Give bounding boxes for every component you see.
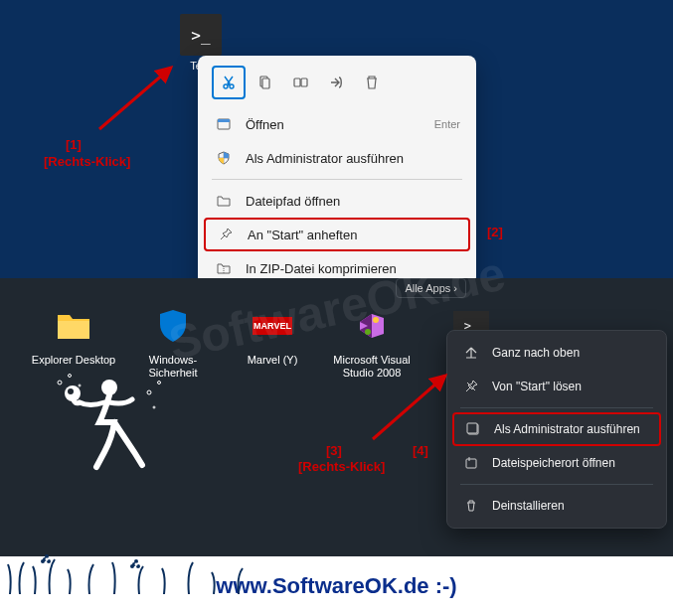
svg-point-17 bbox=[68, 388, 74, 394]
menu-item-label: Von "Start" lösen bbox=[492, 380, 582, 393]
menu-item-label: Als Administrator ausführen bbox=[494, 422, 640, 436]
menu-separator bbox=[212, 179, 462, 180]
svg-point-18 bbox=[58, 381, 62, 385]
menu-item-unpin-from-start[interactable]: Von "Start" lösen bbox=[452, 370, 661, 403]
app-tile-label: Marvel (Y) bbox=[229, 354, 316, 367]
trash-icon bbox=[364, 75, 380, 90]
menu-item-shortcut: Enter bbox=[434, 118, 460, 130]
cut-button[interactable] bbox=[212, 66, 246, 99]
copy-icon bbox=[256, 75, 272, 90]
annotation-3: [3] bbox=[326, 443, 342, 458]
app-tile-label: Explorer Desktop bbox=[30, 354, 117, 367]
app-tile-explorer[interactable]: Explorer Desktop bbox=[30, 306, 117, 380]
context-menu-light: Öffnen Enter Als Administrator ausführen… bbox=[198, 56, 476, 291]
shield-icon bbox=[214, 151, 234, 165]
menu-separator bbox=[460, 407, 653, 408]
location-icon bbox=[462, 456, 480, 470]
menu-item-label: Öffnen bbox=[246, 117, 284, 132]
svg-point-20 bbox=[79, 385, 81, 386]
zip-icon bbox=[214, 261, 234, 275]
runner-figure-icon bbox=[55, 368, 174, 487]
menu-item-run-as-admin[interactable]: Als Administrator ausführen bbox=[204, 141, 470, 175]
visual-studio-icon bbox=[352, 306, 392, 346]
svg-point-28 bbox=[41, 559, 45, 563]
menu-item-run-as-admin[interactable]: Als Administrator ausführen bbox=[452, 412, 661, 446]
annotation-3-label: [Rechts-Klick] bbox=[298, 459, 385, 474]
folder-icon bbox=[54, 306, 93, 346]
menu-item-move-to-top[interactable]: Ganz nach oben bbox=[452, 336, 661, 370]
trash-icon bbox=[462, 499, 480, 513]
rename-button[interactable] bbox=[283, 66, 317, 99]
svg-rect-12 bbox=[467, 423, 477, 433]
context-menu-dark: Ganz nach oben Von "Start" lösen Als Adm… bbox=[446, 330, 667, 529]
app-tile-security[interactable]: Windows-Sicherheit bbox=[129, 306, 217, 380]
svg-point-23 bbox=[153, 406, 155, 408]
all-apps-button[interactable]: Alle Apps › bbox=[396, 278, 466, 298]
start-menu-area: Alle Apps › Explorer Desktop Windows-Sic… bbox=[0, 278, 673, 556]
scissors-icon bbox=[221, 75, 237, 90]
svg-point-0 bbox=[224, 84, 228, 88]
arrow-1-icon bbox=[89, 60, 189, 139]
menu-item-label: Ganz nach oben bbox=[492, 346, 580, 360]
svg-point-26 bbox=[47, 559, 51, 563]
menu-item-label: An "Start" anheften bbox=[248, 228, 357, 242]
svg-rect-5 bbox=[301, 78, 307, 86]
menu-item-open-file-path[interactable]: Dateipfad öffnen bbox=[204, 184, 470, 218]
pin-icon bbox=[216, 228, 236, 241]
share-button[interactable] bbox=[319, 66, 353, 99]
footer: www.SoftwareOK.de :-) bbox=[0, 556, 673, 616]
annotation-2: [2] bbox=[487, 225, 503, 239]
svg-point-30 bbox=[132, 562, 136, 566]
svg-point-21 bbox=[147, 390, 151, 394]
svg-point-9 bbox=[373, 317, 379, 323]
rename-icon bbox=[292, 75, 308, 90]
share-icon bbox=[328, 75, 344, 90]
menu-item-open-file-location[interactable]: Dateispeicherort öffnen bbox=[452, 446, 661, 480]
menu-item-label: In ZIP-Datei komprimieren bbox=[246, 261, 397, 276]
svg-point-29 bbox=[46, 558, 49, 561]
arrow-3-icon bbox=[368, 368, 467, 447]
svg-point-34 bbox=[135, 563, 138, 566]
menu-item-uninstall[interactable]: Deinstallieren bbox=[452, 489, 661, 523]
arrow-up-icon bbox=[462, 346, 480, 360]
open-icon bbox=[214, 117, 234, 131]
folder-icon bbox=[214, 194, 234, 208]
svg-point-1 bbox=[230, 84, 234, 88]
svg-point-31 bbox=[136, 564, 140, 568]
marvel-icon: MARVEL bbox=[252, 306, 292, 346]
svg-line-8 bbox=[99, 68, 171, 129]
svg-line-24 bbox=[373, 376, 445, 439]
svg-point-16 bbox=[65, 385, 81, 401]
menu-item-label: Dateispeicherort öffnen bbox=[492, 456, 615, 470]
svg-point-15 bbox=[101, 380, 117, 395]
app-tile-label: Windows-Sicherheit bbox=[129, 354, 217, 380]
menu-item-open[interactable]: Öffnen Enter bbox=[204, 107, 470, 141]
delete-button[interactable] bbox=[355, 66, 389, 99]
app-tile-marvel[interactable]: MARVEL Marvel (Y) bbox=[229, 306, 316, 380]
menu-item-label: Dateipfad öffnen bbox=[246, 194, 340, 209]
menu-item-pin-to-start[interactable]: An "Start" anheften bbox=[204, 218, 470, 251]
svg-point-25 bbox=[43, 557, 47, 561]
desktop-area: >_ Tern Öffnen Enter bbox=[0, 0, 673, 278]
svg-point-32 bbox=[134, 559, 138, 563]
svg-point-33 bbox=[130, 564, 134, 568]
terminal-icon: >_ bbox=[180, 14, 222, 56]
shield-icon bbox=[153, 306, 193, 346]
menu-item-label: Deinstallieren bbox=[492, 499, 565, 513]
footer-url: www.SoftwareOK.de :-) bbox=[216, 573, 456, 599]
context-toolbar bbox=[204, 62, 470, 107]
svg-rect-7 bbox=[218, 119, 230, 122]
svg-rect-13 bbox=[466, 459, 476, 468]
svg-rect-3 bbox=[262, 78, 269, 88]
svg-rect-4 bbox=[294, 78, 300, 86]
copy-button[interactable] bbox=[248, 66, 281, 99]
menu-item-label: Als Administrator ausführen bbox=[246, 151, 404, 166]
menu-separator bbox=[460, 484, 653, 485]
annotation-1: [1] bbox=[66, 137, 82, 152]
svg-point-22 bbox=[158, 382, 161, 385]
svg-point-10 bbox=[365, 329, 371, 335]
annotation-1-label: [Rechts-Klick] bbox=[44, 154, 130, 169]
